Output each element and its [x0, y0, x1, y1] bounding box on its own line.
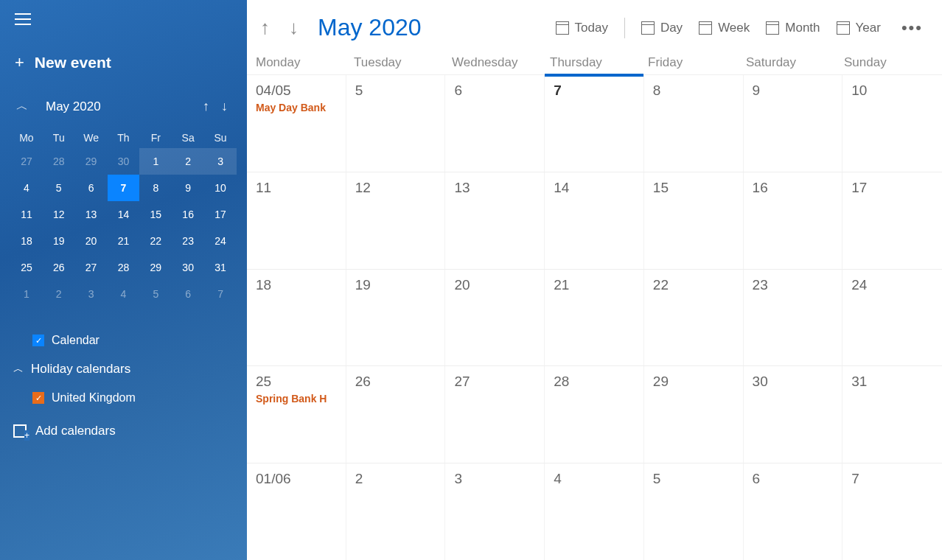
mini-day-cell[interactable]: 11: [10, 201, 43, 228]
mini-day-cell[interactable]: 30: [172, 254, 204, 281]
mini-next-arrow-icon[interactable]: ↓: [221, 99, 228, 114]
year-view-button[interactable]: Year: [837, 21, 881, 35]
hamburger-icon[interactable]: [15, 13, 31, 25]
chevron-up-icon[interactable]: ︿: [13, 96, 31, 117]
day-cell[interactable]: 7: [842, 463, 942, 560]
new-event-button[interactable]: + New event: [15, 53, 237, 72]
mini-day-cell[interactable]: 21: [108, 228, 140, 254]
mini-day-cell[interactable]: 9: [172, 175, 204, 201]
mini-day-cell[interactable]: 6: [75, 175, 108, 201]
calendar-item-uk[interactable]: ✓ United Kingdom: [10, 385, 237, 410]
day-cell[interactable]: 18: [247, 270, 346, 366]
mini-day-cell[interactable]: 4: [10, 175, 43, 201]
mini-day-cell[interactable]: 22: [139, 228, 172, 254]
day-cell[interactable]: 3: [445, 463, 545, 560]
mini-day-cell[interactable]: 23: [172, 228, 204, 254]
mini-day-cell[interactable]: 2: [43, 281, 75, 307]
mini-day-cell[interactable]: 16: [172, 201, 204, 228]
mini-day-cell[interactable]: 7: [108, 175, 140, 201]
day-cell[interactable]: 24: [842, 270, 942, 366]
event-label[interactable]: Spring Bank H: [256, 393, 337, 405]
mini-day-cell[interactable]: 29: [75, 148, 108, 175]
day-cell[interactable]: 4: [545, 463, 644, 560]
day-cell[interactable]: 28: [545, 366, 644, 463]
day-cell[interactable]: 17: [842, 172, 942, 269]
mini-day-cell[interactable]: 20: [75, 228, 108, 254]
mini-day-cell[interactable]: 5: [139, 281, 172, 307]
week-view-button[interactable]: Week: [699, 21, 750, 35]
day-cell[interactable]: 6: [445, 75, 545, 172]
day-view-button[interactable]: Day: [641, 21, 683, 35]
event-label[interactable]: May Day Bank: [256, 102, 337, 113]
mini-day-cell[interactable]: 1: [139, 148, 172, 175]
mini-day-cell[interactable]: 4: [108, 281, 140, 307]
day-cell[interactable]: 5: [644, 463, 744, 560]
day-cell[interactable]: 15: [644, 172, 744, 269]
day-cell[interactable]: 20: [445, 270, 545, 366]
day-cell[interactable]: 12: [346, 172, 446, 269]
day-cell[interactable]: 30: [744, 366, 843, 463]
next-month-icon[interactable]: ↓: [283, 13, 304, 42]
day-cell[interactable]: 10: [842, 75, 942, 172]
mini-day-cell[interactable]: 2: [172, 148, 204, 175]
day-cell[interactable]: 29: [644, 366, 744, 463]
day-cell[interactable]: 22: [644, 270, 744, 366]
day-cell[interactable]: 2: [346, 463, 446, 560]
mini-prev-arrow-icon[interactable]: ↑: [203, 99, 209, 114]
mini-day-cell[interactable]: 1: [10, 281, 43, 307]
calendar-group-holiday[interactable]: ︿ Holiday calendars: [10, 353, 237, 385]
day-cell[interactable]: 11: [247, 172, 346, 269]
mini-month-label[interactable]: May 2020: [46, 99, 203, 114]
mini-day-cell[interactable]: 30: [108, 148, 140, 175]
mini-day-cell[interactable]: 28: [108, 254, 140, 281]
day-cell[interactable]: 26: [346, 366, 446, 463]
day-cell[interactable]: 7: [545, 75, 644, 172]
day-cell[interactable]: 04/05May Day Bank: [247, 75, 346, 172]
prev-month-icon[interactable]: ↑: [254, 13, 276, 42]
mini-day-cell[interactable]: 5: [43, 175, 75, 201]
checkbox-icon[interactable]: ✓: [32, 335, 44, 346]
day-cell[interactable]: 19: [346, 270, 446, 366]
mini-day-cell[interactable]: 24: [204, 228, 237, 254]
day-cell[interactable]: 01/06: [247, 463, 346, 560]
day-cell[interactable]: 27: [445, 366, 545, 463]
calendar-item-primary[interactable]: ✓ Calendar: [10, 328, 237, 353]
day-cell[interactable]: 21: [545, 270, 644, 366]
day-cell[interactable]: 14: [545, 172, 644, 269]
today-button[interactable]: Today: [556, 21, 608, 35]
mini-day-cell[interactable]: 27: [75, 254, 108, 281]
mini-day-cell[interactable]: 29: [139, 254, 172, 281]
day-cell[interactable]: 6: [744, 463, 843, 560]
day-cell[interactable]: 25Spring Bank H: [247, 366, 346, 463]
day-cell[interactable]: 13: [445, 172, 545, 269]
mini-day-cell[interactable]: 12: [43, 201, 75, 228]
more-button[interactable]: •••: [901, 18, 923, 38]
day-cell[interactable]: 8: [644, 75, 744, 172]
month-view-button[interactable]: Month: [766, 21, 820, 35]
mini-day-cell[interactable]: 8: [139, 175, 172, 201]
mini-day-cell[interactable]: 15: [139, 201, 172, 228]
mini-day-cell[interactable]: 14: [108, 201, 140, 228]
checkbox-icon[interactable]: ✓: [32, 392, 44, 404]
mini-day-cell[interactable]: 10: [204, 175, 237, 201]
mini-day-cell[interactable]: 3: [204, 148, 237, 175]
day-cell[interactable]: 5: [346, 75, 446, 172]
mini-day-cell[interactable]: 26: [43, 254, 75, 281]
day-cell[interactable]: 9: [744, 75, 843, 172]
mini-day-cell[interactable]: 6: [172, 281, 204, 307]
mini-day-cell[interactable]: 27: [10, 148, 43, 175]
day-cell[interactable]: 31: [842, 366, 942, 463]
mini-day-cell[interactable]: 17: [204, 201, 237, 228]
mini-day-cell[interactable]: 18: [10, 228, 43, 254]
mini-day-cell[interactable]: 31: [204, 254, 237, 281]
add-calendars-button[interactable]: Add calendars: [10, 415, 237, 447]
day-cell[interactable]: 16: [744, 172, 843, 269]
mini-day-cell[interactable]: 7: [204, 281, 237, 307]
mini-day-cell[interactable]: 3: [75, 281, 108, 307]
day-cell[interactable]: 23: [744, 270, 843, 366]
mini-day-cell[interactable]: 13: [75, 201, 108, 228]
mini-day-cell[interactable]: 19: [43, 228, 75, 254]
calendar-item-label: United Kingdom: [52, 391, 136, 405]
mini-day-cell[interactable]: 28: [43, 148, 75, 175]
mini-day-cell[interactable]: 25: [10, 254, 43, 281]
